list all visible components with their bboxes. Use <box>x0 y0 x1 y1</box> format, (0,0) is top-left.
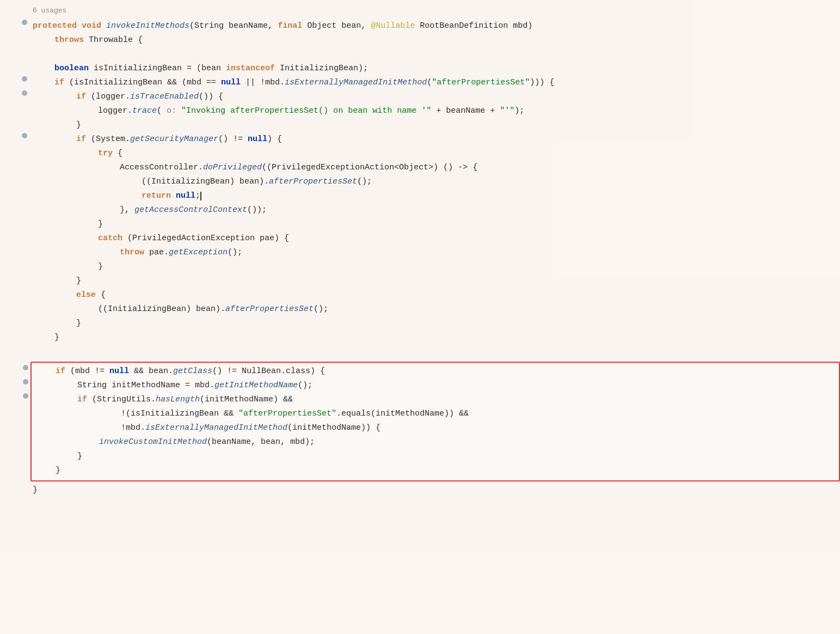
blank-1 <box>33 48 840 62</box>
line-28-content: invokeCustomInitMethod(beanName, bean, m… <box>99 436 315 449</box>
line-3-content: boolean isInitializingBean = (bean insta… <box>54 62 368 75</box>
code-line-21: } <box>33 317 840 331</box>
code-line-4: if (isInitializingBean && (mbd == null |… <box>33 76 840 90</box>
line-16-content: throw pae.getException(); <box>120 246 242 259</box>
line-2-content: throws Throwable { <box>54 34 143 47</box>
line-20-content: ((InitializingBean) bean).afterPropertie… <box>98 303 328 316</box>
line-18-content: } <box>76 275 81 288</box>
line-5-content: if (logger.isTraceEnabled()) { <box>76 90 223 103</box>
code-line-29: } <box>34 450 839 464</box>
gutter-icon-25 <box>23 393 28 399</box>
code-line-19: else { <box>33 289 840 303</box>
line-23-content: if (mbd != null && bean.getClass() != Nu… <box>56 365 325 378</box>
line-30-content: } <box>56 464 60 477</box>
gutter-icon-24 <box>23 379 28 385</box>
line-22-content: } <box>54 331 59 344</box>
gutter-4 <box>5 76 27 82</box>
gutter-1 <box>5 20 27 25</box>
line-19-content: else { <box>76 289 106 302</box>
line-13-content: }, getAccessControlContext()); <box>120 204 267 217</box>
code-line-15: catch (PrivilegedActionException pae) { <box>33 232 840 246</box>
code-line-5: if (logger.isTraceEnabled()) { <box>33 90 840 105</box>
line-31-content: } <box>33 484 38 497</box>
line-14-content: } <box>98 218 103 231</box>
line-10-content: AccessController.doPrivileged((Privilege… <box>120 161 477 174</box>
code-line-30: } <box>34 464 839 478</box>
gutter-icon-4 <box>22 76 27 82</box>
code-line-22: } <box>33 331 840 345</box>
code-line-12: return null; <box>33 190 840 204</box>
code-line-16: throw pae.getException(); <box>33 246 840 260</box>
code-line-3: boolean isInitializingBean = (bean insta… <box>33 62 840 76</box>
line-24-content: String initMethodName = mbd.getInitMetho… <box>77 379 312 392</box>
code-line-11: ((InitializingBean) bean).afterPropertie… <box>33 175 840 190</box>
code-line-26: !(isInitializingBean && "afterProperties… <box>34 407 839 422</box>
code-line-6: logger.trace( o: "Invoking afterProperti… <box>33 105 840 119</box>
line-25-content: if (StringUtils.hasLength(initMethodName… <box>77 393 293 406</box>
code-line-20: ((InitializingBean) bean).afterPropertie… <box>33 303 840 317</box>
line-29-content: } <box>77 450 82 463</box>
code-line-23: if (mbd != null && bean.getClass() != Nu… <box>34 365 839 379</box>
gutter-23 <box>7 365 28 370</box>
usages-count: 6 usages <box>33 5 66 17</box>
line-1-content: protected void invokeInitMethods(String … <box>33 20 532 33</box>
gutter-icon-23 <box>23 365 28 370</box>
gutter-8 <box>5 133 27 138</box>
code-line-2: throws Throwable { <box>33 34 840 48</box>
code-line-1: protected void invokeInitMethods(String … <box>33 20 840 34</box>
line-7-content: } <box>76 119 81 132</box>
code-line-25: if (StringUtils.hasLength(initMethodName… <box>34 393 839 407</box>
gutter-24 <box>7 379 28 385</box>
gutter-icon-8 <box>22 133 27 138</box>
code-editor: 6 usages protected void invokeInitMethod… <box>0 0 840 634</box>
line-9-content: try { <box>98 147 122 160</box>
code-line-17: } <box>33 260 840 275</box>
line-15-content: catch (PrivilegedActionException pae) { <box>98 232 289 245</box>
code-line-28: invokeCustomInitMethod(beanName, bean, m… <box>34 436 839 450</box>
code-line-10: AccessController.doPrivileged((Privilege… <box>33 161 840 175</box>
code-line-31: } <box>33 484 840 498</box>
line-8-content: if (System.getSecurityManager() != null)… <box>76 133 282 146</box>
blank-2 <box>33 345 840 359</box>
code-line-8: if (System.getSecurityManager() != null)… <box>33 133 840 147</box>
gutter-icon-1 <box>22 20 27 25</box>
usages-line: 6 usages <box>33 5 840 20</box>
code-line-18: } <box>33 275 840 289</box>
code-line-27: !mbd.isExternallyManagedInitMethod(initM… <box>34 422 839 436</box>
gutter-icon-5 <box>22 90 27 96</box>
code-line-14: } <box>33 218 840 232</box>
gutter-5 <box>5 90 27 96</box>
line-6-content: logger.trace( o: "Invoking afterProperti… <box>98 105 524 118</box>
line-21-content: } <box>76 317 81 330</box>
line-11-content: ((InitializingBean) bean).afterPropertie… <box>142 175 372 188</box>
gutter-25 <box>7 393 28 399</box>
line-4-content: if (isInitializingBean && (mbd == null |… <box>54 76 554 89</box>
code-line-9: try { <box>33 147 840 161</box>
code-line-7: } <box>33 119 840 133</box>
code-line-13: }, getAccessControlContext()); <box>33 204 840 218</box>
line-26-content: !(isInitializingBean && "afterProperties… <box>121 407 469 420</box>
code-line-24: String initMethodName = mbd.getInitMetho… <box>34 379 839 393</box>
line-27-content: !mbd.isExternallyManagedInitMethod(initM… <box>121 422 381 435</box>
highlighted-block: if (mbd != null && bean.getClass() != Nu… <box>30 362 840 481</box>
line-12-content: return null; <box>142 190 201 203</box>
line-17-content: } <box>98 260 103 273</box>
